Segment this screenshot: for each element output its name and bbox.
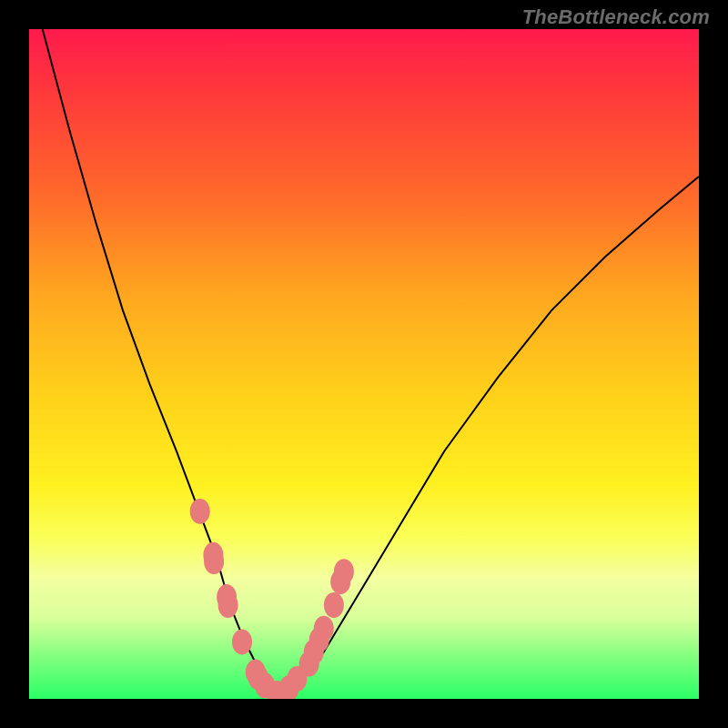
watermark-text: TheBottleneck.com (522, 5, 710, 29)
highlight-dot (204, 549, 224, 574)
highlight-dots-group (190, 499, 354, 699)
chart-svg (29, 29, 699, 699)
highlight-dot (314, 616, 334, 642)
highlight-dot (232, 629, 252, 654)
bottleneck-curve (43, 29, 699, 693)
highlight-dot (334, 559, 354, 584)
highlight-dot (190, 499, 210, 524)
highlight-dot (218, 592, 238, 618)
highlight-dot (324, 592, 344, 618)
